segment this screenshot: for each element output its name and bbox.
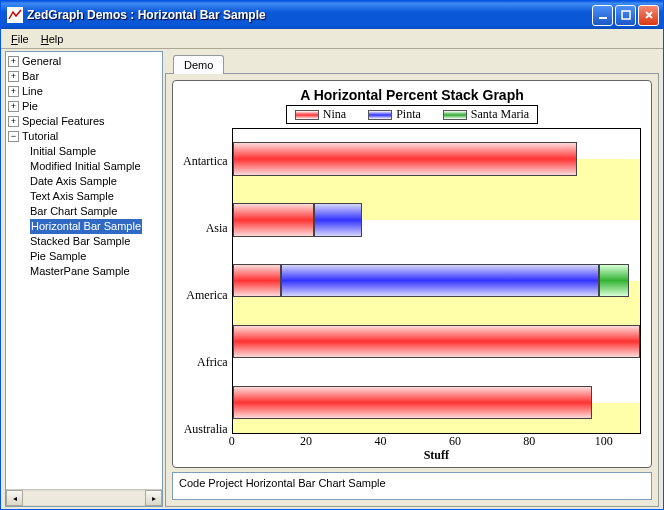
tree-node-label: Text Axis Sample	[30, 189, 114, 204]
tree-node-label: Tutorial	[22, 129, 58, 144]
menubar: File Help	[1, 29, 663, 49]
bar-row	[233, 386, 640, 419]
y-category-label: Africa	[183, 329, 228, 396]
y-category-label: Asia	[183, 195, 228, 262]
tree-node-label: Special Features	[22, 114, 105, 129]
legend-swatch	[368, 110, 392, 120]
bar-segment	[314, 203, 362, 236]
tree-node[interactable]: Text Axis Sample	[30, 189, 160, 204]
legend-item: Santa Maria	[443, 107, 529, 122]
legend-swatch	[295, 110, 319, 120]
menu-help[interactable]: Help	[35, 31, 70, 47]
tab-demo[interactable]: Demo	[173, 55, 224, 74]
x-tick-label: 60	[449, 434, 461, 449]
tree-node[interactable]: MasterPane Sample	[30, 264, 160, 279]
menu-file[interactable]: File	[5, 31, 35, 47]
bar-row	[233, 142, 640, 175]
expand-icon[interactable]: +	[8, 116, 19, 127]
bar-row	[233, 264, 640, 297]
x-tick-label: 0	[229, 434, 235, 449]
expand-icon[interactable]: +	[8, 101, 19, 112]
tree-node-label: Modified Initial Sample	[30, 159, 141, 174]
legend-label: Nina	[323, 107, 346, 122]
y-category-label: Australia	[183, 396, 228, 463]
x-tick-label: 100	[595, 434, 613, 449]
tree-node-label: Pie Sample	[30, 249, 86, 264]
bar-segment	[599, 264, 629, 297]
legend-item: Nina	[295, 107, 346, 122]
tree-node[interactable]: Pie Sample	[30, 249, 160, 264]
description-box: Code Project Horizontal Bar Chart Sample	[172, 472, 652, 500]
tree-node[interactable]: +Pie	[8, 99, 160, 114]
scroll-left-icon[interactable]: ◂	[6, 490, 23, 506]
y-category-label: America	[183, 262, 228, 329]
tree-node[interactable]: Horizontal Bar Sample	[30, 219, 160, 234]
bar-segment	[233, 325, 640, 358]
legend-label: Santa Maria	[471, 107, 529, 122]
bar-segment	[233, 203, 314, 236]
tree-node-label: Date Axis Sample	[30, 174, 117, 189]
tree-panel: +General+Bar+Line+Pie+Special Features−T…	[5, 51, 163, 507]
plot-wrap: AntarticaAsiaAmericaAfricaAustralia 0204…	[183, 128, 641, 463]
app-icon	[7, 7, 23, 23]
tree-node[interactable]: Modified Initial Sample	[30, 159, 160, 174]
bar-segment	[233, 264, 281, 297]
tree-node-label: Pie	[22, 99, 38, 114]
chart-box: A Horizontal Percent Stack Graph NinaPin…	[172, 80, 652, 468]
bar-segment	[281, 264, 599, 297]
collapse-icon[interactable]: −	[8, 131, 19, 142]
bar-row	[233, 203, 640, 236]
tab-content: A Horizontal Percent Stack Graph NinaPin…	[165, 73, 659, 507]
x-axis-label: Stuff	[232, 448, 641, 463]
bar-segment	[233, 386, 592, 419]
tree-node[interactable]: Date Axis Sample	[30, 174, 160, 189]
tree-node-label: Stacked Bar Sample	[30, 234, 130, 249]
bar-row	[233, 325, 640, 358]
expand-icon[interactable]: +	[8, 86, 19, 97]
bar-segment	[233, 142, 577, 175]
tree-node-label: Horizontal Bar Sample	[30, 219, 142, 234]
tree-node[interactable]: +Special Features	[8, 114, 160, 129]
legend-item: Pinta	[368, 107, 421, 122]
tree-node-label: MasterPane Sample	[30, 264, 130, 279]
tree-node[interactable]: +Bar	[8, 69, 160, 84]
tree-node[interactable]: Bar Chart Sample	[30, 204, 160, 219]
plot-area[interactable]	[232, 128, 641, 434]
maximize-button[interactable]	[615, 5, 636, 26]
tree-node[interactable]: +General	[8, 54, 160, 69]
titlebar[interactable]: ZedGraph Demos : Horizontal Bar Sample	[1, 1, 663, 29]
svg-rect-2	[622, 11, 630, 19]
expand-icon[interactable]: +	[8, 56, 19, 67]
x-tick-label: 80	[523, 434, 535, 449]
tree-node[interactable]: +Line	[8, 84, 160, 99]
tree-scrollbar[interactable]: ◂ ▸	[6, 489, 162, 506]
tab-strip: Demo	[165, 51, 659, 73]
tree-node[interactable]: Initial Sample	[30, 144, 160, 159]
expand-icon[interactable]: +	[8, 71, 19, 82]
chart-legend: NinaPintaSanta Maria	[286, 105, 538, 124]
x-tick-label: 20	[300, 434, 312, 449]
tree-node-label: General	[22, 54, 61, 69]
x-axis-ticks: 020406080100	[232, 434, 641, 448]
svg-rect-1	[599, 17, 607, 19]
tree-view[interactable]: +General+Bar+Line+Pie+Special Features−T…	[6, 52, 162, 489]
tree-node-label: Bar	[22, 69, 39, 84]
legend-label: Pinta	[396, 107, 421, 122]
tree-node[interactable]: Stacked Bar Sample	[30, 234, 160, 249]
window-controls	[592, 5, 659, 26]
chart-title: A Horizontal Percent Stack Graph	[183, 87, 641, 103]
scroll-track[interactable]	[23, 490, 145, 506]
close-button[interactable]	[638, 5, 659, 26]
app-window: ZedGraph Demos : Horizontal Bar Sample F…	[0, 0, 664, 510]
x-tick-label: 40	[375, 434, 387, 449]
tree-node-label: Bar Chart Sample	[30, 204, 117, 219]
y-category-label: Antartica	[183, 128, 228, 195]
content-panel: Demo A Horizontal Percent Stack Graph Ni…	[165, 51, 659, 507]
tree-node[interactable]: −Tutorial	[8, 129, 160, 144]
window-title: ZedGraph Demos : Horizontal Bar Sample	[27, 8, 592, 22]
scroll-right-icon[interactable]: ▸	[145, 490, 162, 506]
legend-swatch	[443, 110, 467, 120]
tree-node-label: Line	[22, 84, 43, 99]
y-axis-labels: AntarticaAsiaAmericaAfricaAustralia	[183, 128, 232, 463]
minimize-button[interactable]	[592, 5, 613, 26]
